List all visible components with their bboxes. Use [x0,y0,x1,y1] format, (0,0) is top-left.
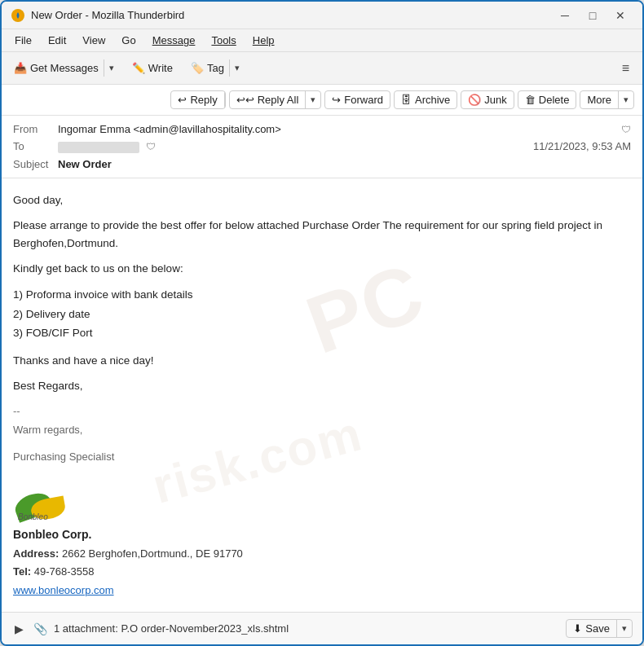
tag-button[interactable]: 🏷️ Tag [186,59,229,77]
list-container: 1) Proforma invoice with bank details 2)… [13,286,631,342]
archive-label: Archive [415,94,450,106]
more-arrow[interactable]: ▾ [619,91,633,108]
to-value: 🛡 [58,140,533,153]
get-messages-dropdown[interactable]: 📥 Get Messages ▾ [8,58,120,78]
logo-label: Bonbleo [18,511,48,524]
greeting: Good day, [13,191,631,209]
menu-edit[interactable]: Edit [42,33,73,48]
company-logo: Bonbleo [13,475,631,524]
more-button[interactable]: More [580,91,619,108]
forward-icon: ↪ [332,94,341,106]
tag-arrow[interactable]: ▾ [229,59,245,77]
get-messages-arrow[interactable]: ▾ [104,59,119,77]
attachment-right: ⬇ Save ▾ [566,619,633,638]
subject-row: Subject New Order [13,156,631,173]
email-body: PC risk.com Good day, Please arrange to … [2,178,642,612]
to-security-icon: 🛡 [146,141,156,152]
archive-button[interactable]: 🗄 Archive [394,90,457,109]
reply-button[interactable]: ↩ Reply [171,91,224,108]
attachment-bar: ▶ 📎 1 attachment: P.O order-November2023… [2,612,642,644]
menu-go[interactable]: Go [115,33,142,48]
menu-help[interactable]: Help [246,33,281,48]
para3: Thanks and have a nice day! [13,352,631,370]
attachment-text: 1 attachment: P.O order-November2023_xls… [54,622,289,635]
reply-all-group: ↩↩ Reply All ▾ [229,90,322,109]
save-label: Save [585,622,610,635]
address-value: 2662 Berghofen,Dortmund., DE 91770 [62,547,243,560]
thunderbird-window: New Order - Mozilla Thunderbird ─ □ ✕ Fi… [0,0,644,646]
menu-tools[interactable]: Tools [205,33,242,48]
subject-label: Subject [13,158,58,170]
from-value: Ingomar Emma <admin@lavillahospitality.c… [58,123,616,135]
expand-attachment-button[interactable]: ▶ [11,621,27,637]
menu-view[interactable]: View [76,33,112,48]
website-link[interactable]: www.bonleocorp.com [13,584,114,596]
to-redacted-value [58,142,139,153]
tel-line: Tel: 49-768-3558 [13,564,631,581]
window-controls: ─ □ ✕ [553,7,633,24]
junk-icon: 🚫 [468,94,481,106]
to-label: To [13,140,58,152]
reply-group: ↩ Reply [170,90,225,109]
reply-all-button[interactable]: ↩↩ Reply All [230,91,307,108]
menu-bar: File Edit View Go Message Tools Help [2,29,642,52]
tag-dropdown[interactable]: 🏷️ Tag ▾ [185,58,245,78]
window-title: New Order - Mozilla Thunderbird [31,9,184,21]
more-label: More [587,94,611,106]
security-icon: 🛡 [621,124,631,135]
write-icon: ✏️ [132,62,145,74]
tag-icon: 🏷️ [191,62,204,74]
list-item-2: 2) Delivery date [13,305,631,323]
tel-label: Tel: [13,565,31,578]
maximize-button[interactable]: □ [580,7,605,24]
para4: Best Regards, [13,377,631,395]
menu-file[interactable]: File [8,33,38,48]
para1: Please arrange to provide the best offer… [13,217,631,252]
main-toolbar: 📥 Get Messages ▾ ✏️ Write 🏷️ Tag ▾ ≡ [2,52,642,85]
write-button[interactable]: ✏️ Write [125,58,180,78]
tag-label: Tag [207,62,224,74]
reply-icon: ↩ [178,94,187,106]
save-group: ⬇ Save ▾ [566,619,633,638]
save-button[interactable]: ⬇ Save [567,620,617,637]
save-dropdown-arrow[interactable]: ▾ [617,620,632,637]
email-date: 11/21/2023, 9:53 AM [533,140,631,152]
list-item-3: 3) FOB/CIF Port [13,324,631,342]
forward-label: Forward [344,94,383,106]
list-item-1: 1) Proforma invoice with bank details [13,286,631,304]
from-label: From [13,123,58,135]
app-icon [11,9,24,22]
hamburger-menu[interactable]: ≡ [615,58,636,79]
signature-block: -- Warm regards, Purchasing Specialist B… [13,403,631,600]
delete-icon: 🗑 [525,94,536,106]
archive-icon: 🗄 [401,94,412,106]
from-row: From Ingomar Emma <admin@lavillahospital… [13,121,631,138]
junk-label: Junk [484,94,506,106]
sig-line2: Purchasing Specialist [13,449,631,466]
subject-value: New Order [58,158,631,170]
address-label: Address: [13,547,59,560]
company-name: Bonbleo Corp. [13,525,631,543]
reply-all-arrow[interactable]: ▾ [306,91,320,108]
delete-button[interactable]: 🗑 Delete [518,90,577,109]
paperclip-icon: 📎 [33,622,47,635]
write-label: Write [148,62,173,74]
sig-line1: Warm regards, [13,422,631,439]
more-group: More ▾ [580,90,634,109]
title-bar: New Order - Mozilla Thunderbird ─ □ ✕ [2,2,642,29]
get-messages-button[interactable]: 📥 Get Messages [9,59,104,77]
delete-label: Delete [539,94,570,106]
para2: Kindly get back to us on the below: [13,260,631,278]
menu-message[interactable]: Message [146,33,202,48]
to-row: To 🛡 11/21/2023, 9:53 AM [13,138,631,156]
sig-dashes: -- [13,403,631,420]
forward-button[interactable]: ↪ Forward [324,90,390,109]
inbox-icon: 📥 [14,62,27,74]
close-button[interactable]: ✕ [608,7,633,24]
logo-graphic: Bonbleo [13,475,70,524]
reply-all-icon: ↩↩ [236,94,254,106]
junk-button[interactable]: 🚫 Junk [461,90,514,109]
address-line: Address: 2662 Berghofen,Dortmund., DE 91… [13,546,631,563]
minimize-button[interactable]: ─ [553,7,577,24]
action-toolbar: ↩ Reply ↩↩ Reply All ▾ ↪ Forward 🗄 Archi… [2,85,642,116]
